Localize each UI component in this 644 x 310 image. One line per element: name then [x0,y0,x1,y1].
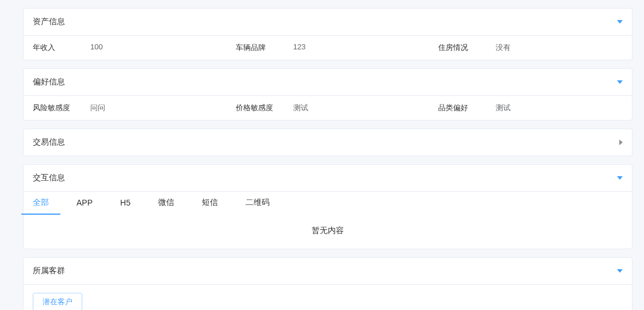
panel-preferences-body: 风险敏感度 问问 价格敏感度 测试 品类偏好 测试 [24,95,632,120]
panel-assets-title: 资产信息 [33,17,65,27]
tab-qrcode[interactable]: 二维码 [246,192,270,215]
car-value: 123 [290,36,430,60]
panel-groups-title: 所属客群 [33,266,65,276]
chevron-down-icon [617,80,623,84]
panel-groups: 所属客群 潜在客户 [23,257,632,310]
tab-app[interactable]: APP [76,192,93,214]
panel-preferences-header[interactable]: 偏好信息 [24,69,632,95]
housing-value: 没有 [492,36,632,60]
panel-interactions-header[interactable]: 交互信息 [24,165,632,191]
panel-transactions-header[interactable]: 交易信息 [24,129,632,156]
panel-interactions-title: 交互信息 [33,173,65,183]
chevron-down-icon [617,269,623,273]
chevron-down-icon [617,176,623,180]
panel-interactions: 交互信息 全部 APP H5 微信 短信 二维码 暂无内容 [23,164,632,249]
panel-transactions: 交易信息 [23,129,632,156]
category-value: 测试 [492,96,632,120]
tag-potential-customer[interactable]: 潜在客户 [33,293,82,310]
panel-preferences-title: 偏好信息 [33,77,65,87]
panel-assets-body: 年收入 100 车辆品牌 123 住房情况 没有 [24,35,632,60]
price-label: 价格敏感度 [227,96,290,120]
panel-groups-header[interactable]: 所属客群 [24,258,632,284]
panel-transactions-title: 交易信息 [33,137,65,148]
housing-label: 住房情况 [429,36,492,60]
tab-h5[interactable]: H5 [120,192,131,214]
income-value: 100 [87,36,227,60]
panel-assets: 资产信息 年收入 100 车辆品牌 123 住房情况 没有 [23,8,632,60]
page-root: 资产信息 年收入 100 车辆品牌 123 住房情况 没有 偏好信息 风险敏感度… [0,0,644,310]
tab-all[interactable]: 全部 [33,192,49,215]
panel-interactions-body: 全部 APP H5 微信 短信 二维码 暂无内容 [24,191,632,249]
preferences-row: 风险敏感度 问问 价格敏感度 测试 品类偏好 测试 [24,96,632,120]
chevron-down-icon [617,20,623,24]
income-label: 年收入 [24,36,87,60]
price-value: 测试 [290,96,430,120]
panel-assets-header[interactable]: 资产信息 [24,9,632,35]
category-label: 品类偏好 [429,96,492,120]
interactions-empty: 暂无内容 [24,215,632,249]
tab-sms[interactable]: 短信 [202,192,218,215]
interactions-tabs: 全部 APP H5 微信 短信 二维码 [24,192,632,215]
risk-value: 问问 [87,96,227,120]
chevron-right-icon [619,140,623,145]
groups-tag-row: 潜在客户 [24,285,632,310]
risk-label: 风险敏感度 [24,96,87,120]
tab-wechat[interactable]: 微信 [158,192,174,215]
panel-preferences: 偏好信息 风险敏感度 问问 价格敏感度 测试 品类偏好 测试 [23,68,632,121]
car-label: 车辆品牌 [227,36,290,60]
panel-groups-body: 潜在客户 [24,284,632,310]
assets-row: 年收入 100 车辆品牌 123 住房情况 没有 [24,36,632,60]
